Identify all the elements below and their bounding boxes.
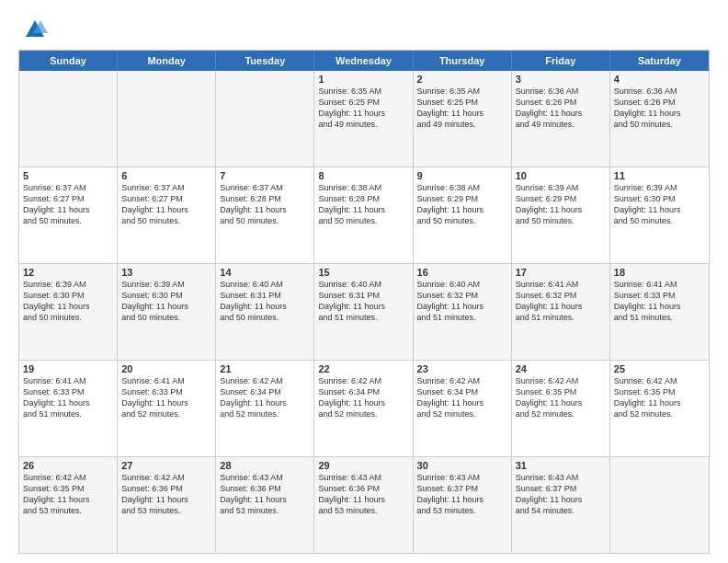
day-text: Sunrise: 6:43 AM Sunset: 6:37 PM Dayligh… (516, 472, 606, 517)
calendar-cell-2-4: 16Sunrise: 6:40 AM Sunset: 6:32 PM Dayli… (414, 264, 512, 360)
day-number: 9 (417, 170, 507, 181)
day-number: 18 (614, 267, 705, 278)
day-number: 31 (516, 460, 606, 471)
day-text: Sunrise: 6:42 AM Sunset: 6:35 PM Dayligh… (516, 375, 606, 420)
calendar-cell-2-5: 17Sunrise: 6:41 AM Sunset: 6:32 PM Dayli… (512, 264, 610, 360)
day-text: Sunrise: 6:42 AM Sunset: 6:35 PM Dayligh… (23, 472, 113, 517)
day-text: Sunrise: 6:43 AM Sunset: 6:37 PM Dayligh… (417, 472, 507, 517)
day-text: Sunrise: 6:39 AM Sunset: 6:29 PM Dayligh… (516, 182, 606, 227)
calendar-cell-4-0: 26Sunrise: 6:42 AM Sunset: 6:35 PM Dayli… (19, 457, 118, 553)
logo (18, 17, 48, 42)
day-text: Sunrise: 6:40 AM Sunset: 6:32 PM Dayligh… (417, 279, 507, 324)
calendar-page: SundayMondayTuesdayWednesdayThursdayFrid… (0, 0, 728, 563)
day-text: Sunrise: 6:39 AM Sunset: 6:30 PM Dayligh… (121, 279, 211, 324)
day-number: 30 (417, 460, 507, 471)
calendar-row-4: 26Sunrise: 6:42 AM Sunset: 6:35 PM Dayli… (19, 456, 709, 553)
calendar-body: 1Sunrise: 6:35 AM Sunset: 6:25 PM Daylig… (19, 71, 709, 553)
calendar-cell-0-2 (216, 71, 314, 167)
calendar-cell-1-6: 11Sunrise: 6:39 AM Sunset: 6:30 PM Dayli… (610, 167, 709, 263)
day-text: Sunrise: 6:41 AM Sunset: 6:32 PM Dayligh… (516, 279, 606, 324)
day-text: Sunrise: 6:40 AM Sunset: 6:31 PM Dayligh… (318, 279, 408, 324)
day-text: Sunrise: 6:39 AM Sunset: 6:30 PM Dayligh… (614, 182, 705, 227)
day-text: Sunrise: 6:42 AM Sunset: 6:34 PM Dayligh… (220, 375, 310, 420)
calendar-cell-3-3: 22Sunrise: 6:42 AM Sunset: 6:34 PM Dayli… (314, 361, 413, 456)
day-text: Sunrise: 6:38 AM Sunset: 6:29 PM Dayligh… (417, 182, 507, 227)
calendar-cell-1-3: 8Sunrise: 6:38 AM Sunset: 6:28 PM Daylig… (314, 167, 413, 263)
calendar-cell-1-1: 6Sunrise: 6:37 AM Sunset: 6:27 PM Daylig… (118, 167, 216, 263)
day-number: 13 (121, 267, 211, 278)
day-text: Sunrise: 6:38 AM Sunset: 6:28 PM Dayligh… (318, 182, 408, 227)
day-text: Sunrise: 6:41 AM Sunset: 6:33 PM Dayligh… (23, 375, 113, 420)
day-number: 26 (23, 460, 113, 471)
day-number: 1 (318, 74, 408, 85)
day-number: 20 (121, 363, 211, 374)
calendar-cell-1-4: 9Sunrise: 6:38 AM Sunset: 6:29 PM Daylig… (414, 167, 512, 263)
day-text: Sunrise: 6:35 AM Sunset: 6:25 PM Dayligh… (318, 86, 408, 131)
day-text: Sunrise: 6:42 AM Sunset: 6:34 PM Dayligh… (417, 375, 507, 420)
day-number: 10 (516, 170, 606, 181)
calendar-row-2: 12Sunrise: 6:39 AM Sunset: 6:30 PM Dayli… (19, 263, 709, 360)
day-text: Sunrise: 6:37 AM Sunset: 6:27 PM Dayligh… (121, 182, 211, 227)
calendar-cell-3-5: 24Sunrise: 6:42 AM Sunset: 6:35 PM Dayli… (512, 361, 610, 456)
day-number: 24 (516, 363, 606, 374)
day-text: Sunrise: 6:42 AM Sunset: 6:36 PM Dayligh… (121, 472, 211, 517)
calendar-cell-4-1: 27Sunrise: 6:42 AM Sunset: 6:36 PM Dayli… (118, 457, 216, 553)
header-day-monday: Monday (118, 51, 216, 71)
header-day-saturday: Saturday (610, 51, 709, 71)
calendar-cell-1-2: 7Sunrise: 6:37 AM Sunset: 6:28 PM Daylig… (216, 167, 314, 263)
calendar-cell-1-0: 5Sunrise: 6:37 AM Sunset: 6:27 PM Daylig… (19, 167, 118, 263)
day-text: Sunrise: 6:41 AM Sunset: 6:33 PM Dayligh… (121, 375, 211, 420)
day-number: 6 (121, 170, 211, 181)
day-number: 7 (220, 170, 310, 181)
calendar-cell-4-4: 30Sunrise: 6:43 AM Sunset: 6:37 PM Dayli… (414, 457, 512, 553)
day-number: 15 (318, 267, 408, 278)
day-number: 16 (417, 267, 507, 278)
day-number: 29 (318, 460, 408, 471)
calendar-row-3: 19Sunrise: 6:41 AM Sunset: 6:33 PM Dayli… (19, 360, 709, 456)
day-number: 17 (516, 267, 606, 278)
day-text: Sunrise: 6:36 AM Sunset: 6:26 PM Dayligh… (516, 86, 606, 131)
day-text: Sunrise: 6:42 AM Sunset: 6:34 PM Dayligh… (318, 375, 408, 420)
day-number: 22 (318, 363, 408, 374)
day-number: 28 (220, 460, 310, 471)
header-day-sunday: Sunday (19, 51, 118, 71)
day-number: 8 (318, 170, 408, 181)
header-day-tuesday: Tuesday (216, 51, 314, 71)
day-text: Sunrise: 6:37 AM Sunset: 6:27 PM Dayligh… (23, 182, 113, 227)
calendar-cell-2-3: 15Sunrise: 6:40 AM Sunset: 6:31 PM Dayli… (314, 264, 413, 360)
day-number: 12 (23, 267, 113, 278)
calendar-cell-0-4: 2Sunrise: 6:35 AM Sunset: 6:25 PM Daylig… (414, 71, 512, 167)
calendar-cell-3-2: 21Sunrise: 6:42 AM Sunset: 6:34 PM Dayli… (216, 361, 314, 456)
calendar-header: SundayMondayTuesdayWednesdayThursdayFrid… (19, 51, 709, 71)
day-number: 2 (417, 74, 507, 85)
calendar-row-1: 5Sunrise: 6:37 AM Sunset: 6:27 PM Daylig… (19, 167, 709, 263)
day-number: 14 (220, 267, 310, 278)
calendar-cell-4-5: 31Sunrise: 6:43 AM Sunset: 6:37 PM Dayli… (512, 457, 610, 553)
header (18, 17, 710, 42)
day-number: 27 (121, 460, 211, 471)
header-day-friday: Friday (512, 51, 610, 71)
calendar-cell-0-0 (19, 71, 118, 167)
calendar: SundayMondayTuesdayWednesdayThursdayFrid… (18, 50, 710, 554)
day-text: Sunrise: 6:37 AM Sunset: 6:28 PM Dayligh… (220, 182, 310, 227)
logo-icon (22, 17, 48, 42)
calendar-cell-0-1 (118, 71, 216, 167)
calendar-cell-0-6: 4Sunrise: 6:36 AM Sunset: 6:26 PM Daylig… (610, 71, 709, 167)
calendar-cell-3-4: 23Sunrise: 6:42 AM Sunset: 6:34 PM Dayli… (414, 361, 512, 456)
day-text: Sunrise: 6:42 AM Sunset: 6:35 PM Dayligh… (614, 375, 705, 420)
day-number: 11 (614, 170, 705, 181)
day-text: Sunrise: 6:41 AM Sunset: 6:33 PM Dayligh… (614, 279, 705, 324)
day-text: Sunrise: 6:36 AM Sunset: 6:26 PM Dayligh… (614, 86, 705, 131)
day-text: Sunrise: 6:43 AM Sunset: 6:36 PM Dayligh… (220, 472, 310, 517)
day-number: 19 (23, 363, 113, 374)
calendar-cell-2-1: 13Sunrise: 6:39 AM Sunset: 6:30 PM Dayli… (118, 264, 216, 360)
calendar-cell-4-2: 28Sunrise: 6:43 AM Sunset: 6:36 PM Dayli… (216, 457, 314, 553)
day-text: Sunrise: 6:39 AM Sunset: 6:30 PM Dayligh… (23, 279, 113, 324)
day-text: Sunrise: 6:40 AM Sunset: 6:31 PM Dayligh… (220, 279, 310, 324)
day-number: 3 (516, 74, 606, 85)
calendar-cell-0-3: 1Sunrise: 6:35 AM Sunset: 6:25 PM Daylig… (314, 71, 413, 167)
calendar-cell-2-0: 12Sunrise: 6:39 AM Sunset: 6:30 PM Dayli… (19, 264, 118, 360)
calendar-cell-2-6: 18Sunrise: 6:41 AM Sunset: 6:33 PM Dayli… (610, 264, 709, 360)
calendar-cell-4-3: 29Sunrise: 6:43 AM Sunset: 6:36 PM Dayli… (314, 457, 413, 553)
calendar-cell-2-2: 14Sunrise: 6:40 AM Sunset: 6:31 PM Dayli… (216, 264, 314, 360)
